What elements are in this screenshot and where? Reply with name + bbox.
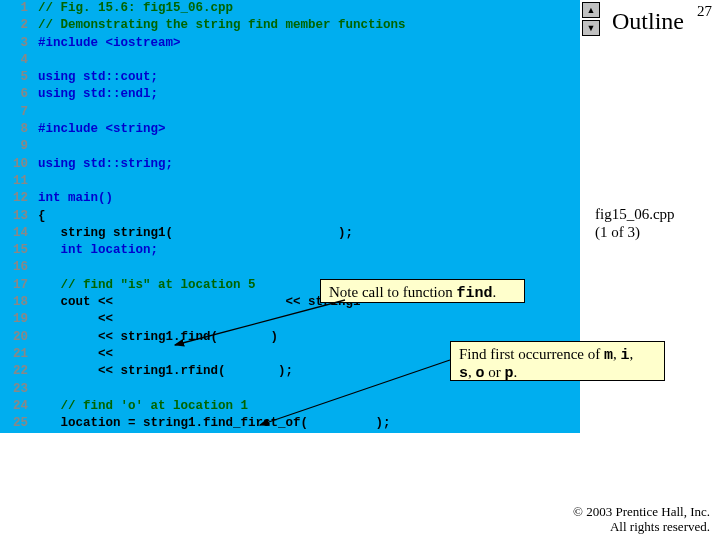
code-text: location = string1.find_first_of( ); xyxy=(28,415,580,432)
code-text: // Demonstrating the string find member … xyxy=(28,17,580,34)
code-line: 14 string string1( ); xyxy=(0,225,580,242)
code-text xyxy=(28,259,580,276)
code-line: 11 xyxy=(0,173,580,190)
code-line: 4 xyxy=(0,52,580,69)
code-line: 3#include <iostream> xyxy=(0,35,580,52)
line-number: 17 xyxy=(0,277,28,294)
line-number: 1 xyxy=(0,0,28,17)
line-number: 10 xyxy=(0,156,28,173)
line-number: 2 xyxy=(0,17,28,34)
code-text xyxy=(28,138,580,155)
line-number: 14 xyxy=(0,225,28,242)
nav-arrows: ▲ ▼ xyxy=(582,2,602,38)
code-text xyxy=(28,381,580,398)
line-number: 23 xyxy=(0,381,28,398)
code-line: 25 location = string1.find_first_of( ); xyxy=(0,415,580,432)
code-text xyxy=(28,104,580,121)
code-line: 5using std::cout; xyxy=(0,69,580,86)
code-line: 7 xyxy=(0,104,580,121)
line-number: 3 xyxy=(0,35,28,52)
line-number: 19 xyxy=(0,311,28,328)
callout-text-end: . xyxy=(492,284,496,300)
code-line: 10using std::string; xyxy=(0,156,580,173)
code-text: string string1( ); xyxy=(28,225,580,242)
callout-note-find: Note call to function find. xyxy=(320,279,525,303)
code-line: 13{ xyxy=(0,208,580,225)
line-number: 18 xyxy=(0,294,28,311)
file-part: (1 of 3) xyxy=(595,224,640,240)
callout-text: Note call to function xyxy=(329,284,456,300)
char-s: s xyxy=(459,365,468,382)
line-number: 7 xyxy=(0,104,28,121)
page-number: 27 xyxy=(697,3,712,20)
line-number: 22 xyxy=(0,363,28,380)
code-line: 6using std::endl; xyxy=(0,86,580,103)
code-line: 9 xyxy=(0,138,580,155)
line-number: 4 xyxy=(0,52,28,69)
line-number: 15 xyxy=(0,242,28,259)
code-text: { xyxy=(28,208,580,225)
code-text: int location; xyxy=(28,242,580,259)
code-text xyxy=(28,52,580,69)
code-line: 1// Fig. 15.6: fig15_06.cpp xyxy=(0,0,580,17)
code-text: // find 'o' at location 1 xyxy=(28,398,580,415)
copyright: © 2003 Prentice Hall, Inc. All rights re… xyxy=(573,504,710,534)
line-number: 25 xyxy=(0,415,28,432)
code-line: 19 << xyxy=(0,311,580,328)
code-text: #include <iostream> xyxy=(28,35,580,52)
line-number: 16 xyxy=(0,259,28,276)
line-number: 20 xyxy=(0,329,28,346)
code-text: << xyxy=(28,311,580,328)
code-line: 2// Demonstrating the string find member… xyxy=(0,17,580,34)
nav-up-button[interactable]: ▲ xyxy=(582,2,600,18)
line-number: 12 xyxy=(0,190,28,207)
code-text: using std::endl; xyxy=(28,86,580,103)
code-line: 8#include <string> xyxy=(0,121,580,138)
code-line: 23 xyxy=(0,381,580,398)
line-number: 11 xyxy=(0,173,28,190)
char-m: m xyxy=(604,347,613,364)
code-text: #include <string> xyxy=(28,121,580,138)
code-line: 15 int location; xyxy=(0,242,580,259)
line-number: 6 xyxy=(0,86,28,103)
line-number: 8 xyxy=(0,121,28,138)
code-line: 16 xyxy=(0,259,580,276)
char-o: o xyxy=(476,365,485,382)
code-text: int main() xyxy=(28,190,580,207)
code-text: using std::string; xyxy=(28,156,580,173)
fn-find: find xyxy=(456,285,492,302)
copyright-line1: © 2003 Prentice Hall, Inc. xyxy=(573,504,710,519)
code-line: 24 // find 'o' at location 1 xyxy=(0,398,580,415)
line-number: 9 xyxy=(0,138,28,155)
file-label: fig15_06.cpp (1 of 3) xyxy=(595,205,700,241)
line-number: 5 xyxy=(0,69,28,86)
code-line: 12int main() xyxy=(0,190,580,207)
code-text: // Fig. 15.6: fig15_06.cpp xyxy=(28,0,580,17)
outline-heading: Outline xyxy=(612,8,684,35)
line-number: 24 xyxy=(0,398,28,415)
code-text xyxy=(28,173,580,190)
nav-down-button[interactable]: ▼ xyxy=(582,20,600,36)
callout-first-occurrence: Find first occurrence of m, i,s, o or p. xyxy=(450,341,665,381)
copyright-line2: All rights reserved. xyxy=(610,519,710,534)
callout2-prefix: Find first occurrence of xyxy=(459,346,604,362)
line-number: 13 xyxy=(0,208,28,225)
line-number: 21 xyxy=(0,346,28,363)
char-p: p xyxy=(505,365,514,382)
file-name: fig15_06.cpp xyxy=(595,206,675,222)
code-text: using std::cout; xyxy=(28,69,580,86)
